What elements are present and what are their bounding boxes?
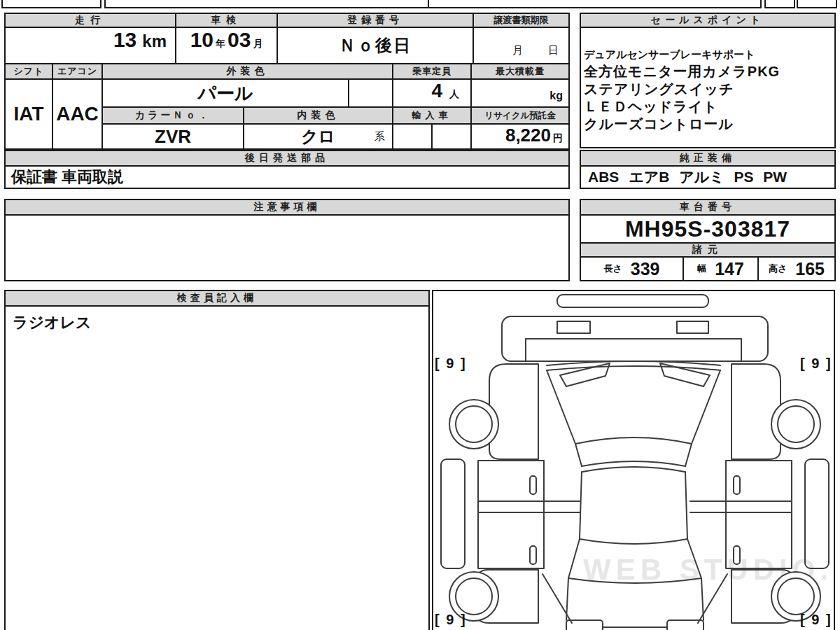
spec-length: 長さ 339 — [580, 256, 684, 281]
inspector-notes-header: 検査員記入欄 — [4, 290, 430, 307]
spec-width-label: 幅 — [697, 262, 706, 275]
wheel-mark-rear-right: [ 9 ] — [800, 612, 832, 628]
car-diagram-box: WEB STUDIO.PRO — [432, 290, 835, 630]
spec-height-label: 高さ — [769, 262, 787, 275]
sales-point-item: ＬＥＤヘッドライト — [584, 98, 718, 115]
mileage-value: 13 km — [4, 27, 176, 64]
capacity-header: 乗車定員 — [392, 63, 472, 80]
mileage-header: 走行 — [4, 13, 176, 28]
shift-value: IAT — [4, 78, 53, 150]
transfer-day-unit: 日 — [548, 44, 559, 57]
max-load-value: kg — [470, 78, 570, 108]
sales-point-item: ステアリングスイッチ — [584, 80, 734, 98]
registration-value: Ｎｏ後日 — [276, 27, 474, 64]
registration-header: 登録番号 — [276, 13, 474, 28]
inspection-year: 10 — [190, 28, 214, 52]
capacity-unit: 人 — [449, 88, 459, 101]
car-top-view-drawing — [433, 291, 835, 630]
exterior-color-value: パール — [102, 78, 349, 108]
sales-points-list: デュアルセンサーブレーキサポート 全方位モニター用カメラPKG ステアリングスイ… — [580, 27, 836, 148]
inspection-value: 10 年 03 月 — [175, 27, 278, 64]
imported-value-left — [392, 123, 433, 150]
mileage-number: 13 — [113, 28, 136, 52]
inspection-header: 車検 — [175, 13, 278, 28]
inspection-year-unit: 年 — [216, 38, 225, 50]
transfer-docs-value: 月 日 — [472, 27, 570, 64]
mileage-unit: km — [142, 31, 167, 51]
exterior-color-empty — [348, 78, 393, 108]
imported-value-right — [431, 123, 472, 150]
notes-value — [4, 214, 570, 281]
exterior-color-header: 外装色 — [102, 63, 393, 80]
max-load-header: 最大積載量 — [470, 63, 570, 80]
recycle-deposit-header: リサイクル預託金 — [470, 106, 570, 125]
spec-height: 高さ 165 — [757, 256, 836, 281]
inspector-notes-value: ラジオレス — [4, 305, 430, 630]
sales-point-item: デュアルセンサーブレーキサポート — [584, 46, 755, 63]
auction-sheet: { "colors": {"header_bg": "#d8d8d8", "bo… — [0, 0, 840, 630]
capacity-value: 4 人 — [392, 78, 472, 108]
spec-height-value: 165 — [795, 259, 825, 279]
color-no-header: カラーＮｏ． — [102, 106, 244, 125]
spec-width: 幅 147 — [682, 256, 759, 281]
sales-point-item: 全方位モニター用カメラPKG — [584, 63, 780, 80]
shift-header: シフト — [4, 63, 53, 80]
sales-points-header: セールスポイント — [580, 13, 836, 28]
cutoff-cell-d — [797, 0, 837, 8]
transfer-docs-header: 譲渡書類期限 — [472, 13, 570, 28]
spec-width-value: 147 — [715, 259, 744, 279]
cutoff-divider — [428, 0, 429, 7]
sales-point-item: クルーズコントロール — [584, 115, 734, 133]
spec-length-label: 長さ — [603, 262, 622, 275]
transfer-month-unit: 月 — [512, 44, 523, 57]
inspection-month-unit: 月 — [253, 38, 262, 50]
genuine-equipment-value: ABS エアB アルミ PS PW — [580, 165, 836, 189]
later-shipping-value: 保証書 車両取説 — [4, 165, 570, 189]
recycle-deposit-amount: 8,220 — [505, 125, 551, 146]
chassis-no-header: 車台番号 — [580, 199, 836, 216]
interior-color-suffix: 系 — [374, 130, 385, 144]
genuine-equipment-header: 純正装備 — [580, 150, 836, 167]
notes-header: 注意事項欄 — [4, 199, 570, 216]
interior-color-name: クロ — [301, 125, 335, 148]
recycle-deposit-unit: 円 — [553, 132, 563, 145]
cutoff-cell-a — [1, 0, 102, 8]
wheel-mark-rear-left: [ 9 ] — [435, 612, 467, 628]
imported-header: 輸入車 — [392, 106, 472, 125]
spec-length-value: 339 — [631, 259, 660, 279]
color-no-value: ZVR — [102, 123, 244, 150]
recycle-deposit-value: 8,220 円 — [470, 123, 570, 150]
inspection-month: 03 — [227, 28, 251, 52]
wheel-mark-front-right: [ 9 ] — [800, 356, 832, 372]
interior-color-header: 内装色 — [243, 106, 393, 125]
interior-color-value: クロ 系 — [243, 123, 393, 150]
aircon-header: エアコン — [52, 63, 103, 80]
cutoff-cell-c — [764, 0, 795, 8]
specs-header: 諸元 — [580, 242, 836, 258]
capacity-number: 4 — [431, 80, 442, 102]
aircon-value: AAC — [52, 78, 103, 150]
wheel-mark-front-left: [ 9 ] — [435, 356, 467, 372]
chassis-no-value: MH95S-303817 — [580, 214, 836, 244]
later-shipping-header: 後日発送部品 — [4, 150, 570, 167]
cutoff-cell-b — [104, 0, 762, 8]
